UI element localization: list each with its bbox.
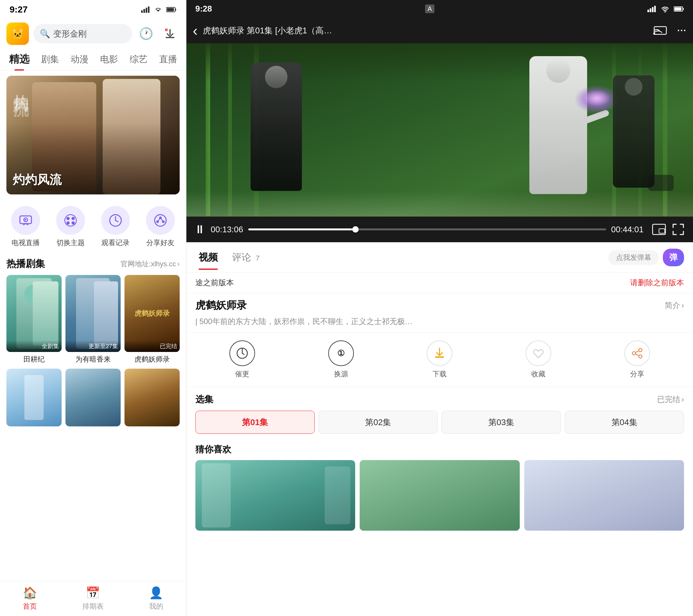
website-link[interactable]: 官网地址:xlhys.cc › [121,259,180,269]
search-bar[interactable]: 🔍 变形金刚 [33,24,132,43]
tab-movie[interactable]: 电影 [94,48,124,71]
drama-card2-3[interactable] [124,369,180,426]
svg-point-47 [639,355,642,358]
hero-overlay: 灼灼风流 [6,76,180,194]
urge-icon [230,340,255,366]
change-source-button[interactable]: ① 换源 [328,340,354,379]
drama-card-weiyou[interactable]: 更新至27集 为有暗香来 [65,275,121,364]
share-action-button[interactable]: 分享 [624,340,650,379]
quick-action-history[interactable]: 观看记录 [101,206,130,248]
figure-dark-left [251,63,302,191]
tab-comments[interactable]: 评论 7 [229,251,263,270]
progress-bar[interactable] [248,228,606,230]
fullscreen-button[interactable] [671,222,685,236]
download-label: 下载 [433,369,447,379]
download-button[interactable]: 下 [160,24,180,43]
theme-label: 切换主题 [57,238,85,248]
search-icon: 🔍 [40,29,50,39]
svg-rect-31 [654,6,656,12]
danmu-send-button[interactable]: 弹 [663,249,684,266]
quick-action-tv[interactable]: 电视直播 [11,206,40,248]
battery-icon [166,7,176,13]
episode-btn-4[interactable]: 第04集 [565,411,684,434]
drama-poster2-1 [6,369,62,426]
episode-title: 选集 [195,393,213,405]
drama-card-tiangengji[interactable]: 全剧集 田耕纪 [6,275,62,364]
share-label: 分享好友 [146,238,175,248]
pip-button[interactable] [652,224,666,235]
progress-fill [248,228,355,230]
left-status-icons [141,6,176,13]
home-label: 首页 [23,601,37,611]
quick-action-share[interactable]: 分享好友 [146,206,175,248]
video-scene [186,43,693,217]
download-button[interactable]: 下载 [427,340,452,379]
rec-card-1[interactable] [195,460,355,531]
svg-rect-2 [146,8,147,13]
tab-featured[interactable]: 精选 [3,48,35,71]
video-player[interactable] [186,43,693,217]
tab-video[interactable]: 视频 [195,251,221,270]
episode-grid: 第01集 第02集 第03集 第04集 [195,411,684,434]
rec-card-2[interactable] [360,460,519,531]
episode-btn-3[interactable]: 第03集 [441,411,561,434]
app-logo[interactable]: 🐱 [6,22,29,45]
episode-btn-1[interactable]: 第01集 [195,411,315,434]
drama-poster2-2 [65,369,121,426]
svg-rect-39 [659,229,665,233]
delete-prev-link[interactable]: 请删除之前版本 [630,278,684,288]
intro-button[interactable]: 简介 › [665,300,684,311]
cast-button[interactable] [653,24,669,37]
history-icon: 🕐 [139,27,153,40]
fav-icon [526,340,551,366]
share-icon [153,213,167,227]
video-wifi-icon [661,5,669,13]
episode-section: 选集 已完结 › 第01集 第02集 第03集 第04集 [186,387,693,440]
history-label: 观看记录 [101,238,130,248]
rec-card-3[interactable] [524,460,684,531]
drama-card2-1[interactable] [6,369,62,426]
svg-point-22 [155,215,166,226]
tab-live[interactable]: 直播 [153,48,183,71]
svg-line-48 [635,351,639,353]
hot-dramas-title: 热播剧集 [6,257,45,271]
drama-card-huhe[interactable]: 虎鹤妖师录 已完结 虎鹤妖师录 [124,275,180,364]
episode-btn-2[interactable]: 第02集 [319,411,438,434]
back-button[interactable]: ‹ [193,22,198,39]
svg-rect-34 [683,8,684,10]
drama1-title: 田耕纪 [6,355,62,364]
hot-dramas-header: 热播剧集 官网地址:xlhys.cc › [0,254,186,275]
progress-thumb[interactable] [352,226,359,233]
prev-version-text: 途之前版本 [195,278,234,288]
drama-card2-2[interactable] [65,369,121,426]
home-icon: 🏠 [23,586,37,600]
favorite-button[interactable]: 收藏 [526,340,551,379]
hero-banner[interactable]: 灼灼风流 灼灼风流 [6,76,180,194]
tab-variety[interactable]: 综艺 [124,48,153,71]
quick-action-theme[interactable]: 切换主题 [56,206,85,248]
episode-status[interactable]: 已完结 › [657,394,684,404]
urge-update-button[interactable]: 催更 [230,340,255,379]
urge-label: 催更 [235,369,249,379]
nav-home[interactable]: 🏠 首页 [23,586,37,611]
rec-poster-1 [195,460,355,531]
logo-emoji: 🐱 [11,27,24,40]
figure-white-main [529,56,587,194]
nav-schedule[interactable]: 📅 排期表 [82,586,104,611]
nav-profile[interactable]: 👤 我的 [149,586,163,611]
svg-point-45 [639,349,642,352]
tab-drama[interactable]: 剧集 [35,48,65,71]
show-info: 虎鹤妖师录 简介 › [186,293,693,316]
action-buttons: 催更 ① 换源 下载 [186,333,693,387]
tab-knowledge[interactable]: 知 [183,48,186,71]
svg-rect-5 [175,9,176,11]
history-button[interactable]: 🕐 [137,24,156,43]
tab-anime[interactable]: 动漫 [65,48,94,71]
svg-point-37 [653,33,655,35]
danmu-input[interactable]: 点我发弹幕 [608,250,659,265]
play-pause-button[interactable]: ⏸ [194,223,206,236]
right-panel: 9:28 A ‹ 虎鹤妖师录 [186,0,693,616]
more-button[interactable]: ··· [677,25,687,36]
share-action-label: 分享 [630,369,644,379]
svg-point-32 [665,11,666,13]
